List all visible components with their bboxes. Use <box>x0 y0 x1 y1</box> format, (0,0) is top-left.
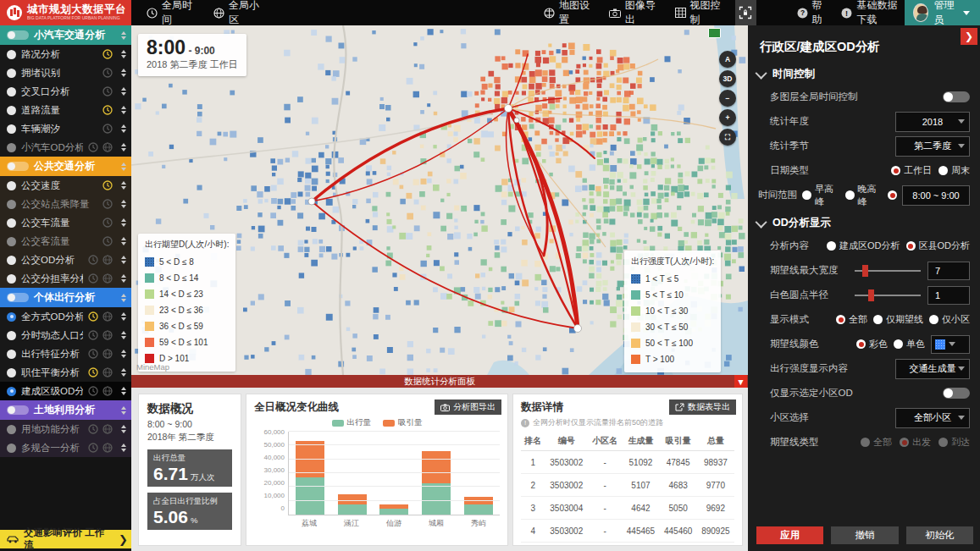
clock-icon[interactable] <box>88 273 98 284</box>
item-radio[interactable] <box>7 425 16 434</box>
layer-sort-icon[interactable] <box>121 331 126 339</box>
layer-sort-icon[interactable] <box>121 406 126 415</box>
3d-button[interactable]: 3D <box>719 70 736 87</box>
item-radio[interactable] <box>7 124 16 134</box>
layer-sort-icon[interactable] <box>121 200 126 208</box>
item-radio[interactable] <box>7 200 16 209</box>
fullscreen-button[interactable]: ⛶ <box>719 129 736 146</box>
chart-legend-item[interactable]: 吸引量 <box>383 417 423 428</box>
section-toggle[interactable] <box>7 293 29 302</box>
sidebar-item[interactable]: 公交分担率分析 <box>0 269 131 288</box>
sidebar-item[interactable]: 公交OD分析 <box>0 251 131 269</box>
layer-sort-icon[interactable] <box>121 444 126 452</box>
item-radio[interactable] <box>7 106 16 115</box>
apply-button[interactable]: 应用 <box>756 526 823 544</box>
sidebar-item[interactable]: 多规合一分析 <box>0 438 131 457</box>
clock-icon[interactable] <box>88 311 98 322</box>
layer-sort-icon[interactable] <box>121 387 126 395</box>
item-radio[interactable] <box>7 50 16 59</box>
layer-sort-icon[interactable] <box>121 256 126 264</box>
clock-icon[interactable] <box>102 49 113 59</box>
map-settings-button[interactable]: 地图设置 <box>544 0 590 25</box>
chart-legend-item[interactable]: 出行量 <box>332 417 372 428</box>
sidebar-item[interactable]: 公交速度 <box>0 176 131 195</box>
layer-sort-icon[interactable] <box>121 368 126 377</box>
help-button[interactable]: ? 帮助 <box>797 0 827 25</box>
clock-icon[interactable] <box>88 255 98 265</box>
zoom-out-button[interactable]: − <box>719 90 736 107</box>
layer-sort-icon[interactable] <box>121 163 126 171</box>
globe-icon[interactable] <box>102 330 113 340</box>
line-color-mono[interactable]: 单色 <box>894 338 925 350</box>
slider-thumb[interactable] <box>868 289 874 301</box>
line-type-departure[interactable]: 出发 <box>900 436 931 449</box>
globe-icon[interactable] <box>102 255 113 265</box>
content-district-od[interactable]: 区县OD分析 <box>906 240 971 252</box>
item-radio[interactable] <box>7 368 16 377</box>
sidebar-section-header[interactable]: 土地利用分析 <box>0 400 131 420</box>
base-data-download-button[interactable]: ! 基础数据下载 <box>841 0 905 25</box>
sidebar-item[interactable]: 公交车流量 <box>0 213 131 232</box>
globe-icon[interactable] <box>102 273 113 284</box>
bar-group[interactable] <box>422 451 451 515</box>
table-row[interactable]: 23503002-510746839770 <box>521 474 734 497</box>
clock-icon[interactable] <box>102 124 113 134</box>
sidebar-item[interactable]: 用地功能分析 <box>0 420 131 438</box>
bar-group[interactable] <box>296 441 324 515</box>
clock-icon[interactable] <box>88 349 98 359</box>
table-export-button[interactable]: 数据表导出 <box>669 399 736 415</box>
item-radio[interactable] <box>7 218 16 228</box>
clock-icon[interactable] <box>88 386 98 396</box>
layer-sort-icon[interactable] <box>121 218 126 227</box>
clock-icon[interactable] <box>102 86 113 96</box>
sidebar-section-header[interactable]: 小汽车交通分析 <box>0 25 131 45</box>
view-control-button[interactable]: 视图控制 <box>675 0 722 25</box>
layer-sort-icon[interactable] <box>121 274 126 283</box>
image-export-button[interactable]: 图像导出 <box>609 0 656 25</box>
table-row[interactable]: 13503002-510924784598937 <box>521 451 734 474</box>
clock-icon[interactable] <box>102 180 113 190</box>
globe-icon[interactable] <box>102 311 113 322</box>
clock-icon[interactable] <box>88 330 98 340</box>
zoom-in-button[interactable]: + <box>719 109 736 126</box>
clock-icon[interactable] <box>88 367 98 377</box>
sidebar-section-header[interactable]: 公共交通分析 <box>0 157 131 176</box>
dot-radius-value[interactable]: 1 <box>927 286 970 305</box>
clock-icon[interactable] <box>102 105 113 115</box>
map-lock-button[interactable] <box>735 0 756 25</box>
globe-icon[interactable] <box>102 349 113 359</box>
section-od-display[interactable]: OD分析显示 <box>748 207 980 234</box>
slider-thumb[interactable] <box>862 265 868 277</box>
sidebar-item[interactable]: 全方式OD分析 <box>0 307 131 326</box>
workflow-bar[interactable]: 交通影响评价 工作流 ❯ <box>0 530 131 548</box>
mode-zones-only[interactable]: 仅小区 <box>929 313 970 326</box>
sidebar-item[interactable]: 职住平衡分析 <box>0 363 131 382</box>
globe-icon[interactable] <box>102 424 113 434</box>
item-radio[interactable] <box>7 444 16 453</box>
line-width-slider[interactable] <box>855 270 921 272</box>
section-toggle[interactable] <box>7 30 29 40</box>
item-radio[interactable] <box>7 87 16 96</box>
sidebar-item[interactable]: 路况分析 <box>0 45 131 63</box>
clock-icon[interactable] <box>102 236 113 246</box>
undo-button[interactable]: 撤销 <box>831 526 898 544</box>
section-time-control[interactable]: 时间控制 <box>748 58 980 85</box>
user-menu[interactable]: 管理员 <box>905 0 980 25</box>
sidebar-item[interactable]: 公交站点乘降量 <box>0 195 131 213</box>
stat-year-select[interactable]: 2018 <box>895 112 970 132</box>
time-range-input[interactable]: 8:00 ~ 9:00 <box>902 185 970 206</box>
panel-collapse-button[interactable]: ▼ <box>734 375 747 388</box>
mode-all[interactable]: 全部 <box>836 313 867 326</box>
locate-a-button[interactable]: A <box>719 51 736 68</box>
globe-icon[interactable] <box>102 443 113 453</box>
item-radio[interactable] <box>7 350 16 359</box>
item-radio[interactable] <box>7 274 16 284</box>
clock-icon[interactable] <box>102 199 113 209</box>
line-type-arrival[interactable]: 到达 <box>938 436 970 449</box>
clock-icon[interactable] <box>88 443 98 453</box>
clock-icon[interactable] <box>102 68 113 78</box>
dot-radius-slider[interactable] <box>855 295 921 296</box>
layer-sort-icon[interactable] <box>121 350 126 358</box>
multilayer-time-toggle[interactable] <box>943 91 970 102</box>
layer-sort-icon[interactable] <box>121 50 126 58</box>
